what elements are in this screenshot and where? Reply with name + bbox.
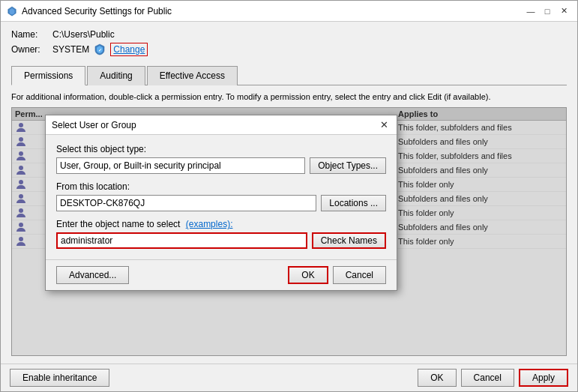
dialog-cancel-button[interactable]: Cancel: [333, 266, 386, 284]
main-window: Advanced Security Settings for Public — …: [0, 0, 578, 392]
object-type-label: Select this object type:: [56, 144, 386, 154]
dialog-footer: Advanced... OK Cancel: [46, 259, 397, 290]
ok-button[interactable]: OK: [418, 369, 456, 387]
bottom-bar: Enable inheritance OK Cancel Apply: [1, 364, 577, 391]
check-names-button[interactable]: Check Names: [312, 232, 386, 249]
dialog-close-button[interactable]: ✕: [377, 118, 391, 132]
enable-inheritance-button[interactable]: Enable inheritance: [10, 369, 109, 387]
owner-row: Owner: SYSTEM ✓ Change: [11, 43, 567, 56]
dialog-footer-right: OK Cancel: [288, 266, 386, 284]
cancel-button[interactable]: Cancel: [461, 369, 514, 387]
svg-text:✓: ✓: [98, 48, 102, 52]
title-bar: Advanced Security Settings for Public — …: [1, 1, 577, 22]
owner-label: Owner:: [11, 44, 52, 55]
owner-shield-icon: ✓: [94, 43, 106, 55]
tab-permissions[interactable]: Permissions: [11, 66, 85, 85]
name-row: Name: C:\Users\Public: [11, 29, 567, 40]
bottom-bar-right: OK Cancel Apply: [418, 369, 568, 387]
tab-auditing[interactable]: Auditing: [87, 66, 145, 85]
from-location-input[interactable]: [56, 195, 316, 211]
maximize-button[interactable]: □: [540, 4, 555, 18]
object-type-input[interactable]: [56, 157, 305, 174]
object-name-input[interactable]: [56, 232, 307, 249]
from-location-row: Locations ...: [56, 195, 386, 211]
main-content: Name: C:\Users\Public Owner: SYSTEM ✓ Ch…: [1, 22, 577, 364]
title-bar-controls: — □ ✕: [523, 4, 571, 18]
locations-button[interactable]: Locations ...: [321, 195, 386, 211]
apply-button[interactable]: Apply: [519, 369, 568, 387]
title-bar-left: Advanced Security Settings for Public: [7, 6, 172, 16]
dialog-overlay: Select User or Group ✕ Select this objec…: [11, 107, 567, 356]
object-type-row: Object Types...: [56, 157, 386, 174]
name-value: C:\Users\Public: [52, 29, 115, 40]
window-title: Advanced Security Settings for Public: [22, 6, 172, 16]
object-types-button[interactable]: Object Types...: [310, 157, 386, 174]
dialog-title-bar: Select User or Group ✕: [46, 115, 397, 135]
select-user-dialog: Select User or Group ✕ Select this objec…: [45, 115, 397, 291]
name-input-row: Check Names: [56, 232, 386, 252]
main-area: Perm... Applies to This folder, subfolde…: [11, 107, 567, 356]
dialog-ok-button[interactable]: OK: [288, 266, 328, 284]
owner-value: SYSTEM: [52, 44, 89, 55]
dialog-body: Select this object type: Object Types...…: [46, 135, 397, 259]
name-label: Name:: [11, 29, 52, 40]
examples-link[interactable]: (examples):: [186, 219, 233, 229]
tab-effective-access[interactable]: Effective Access: [147, 66, 238, 85]
change-link[interactable]: Change: [110, 43, 148, 56]
info-text: For additional information, double-click…: [11, 91, 567, 103]
minimize-button[interactable]: —: [523, 4, 538, 18]
close-button[interactable]: ✕: [556, 4, 571, 18]
tabs-bar: Permissions Auditing Effective Access: [11, 65, 567, 85]
object-name-label: Enter the object name to select: [56, 219, 180, 229]
from-location-label: From this location:: [56, 181, 386, 192]
name-input-area: [56, 232, 307, 252]
object-name-label-row: Enter the object name to select (example…: [56, 219, 386, 229]
window-icon: [7, 6, 17, 16]
dialog-title-text: Select User or Group: [52, 120, 136, 130]
advanced-button[interactable]: Advanced...: [56, 266, 129, 284]
